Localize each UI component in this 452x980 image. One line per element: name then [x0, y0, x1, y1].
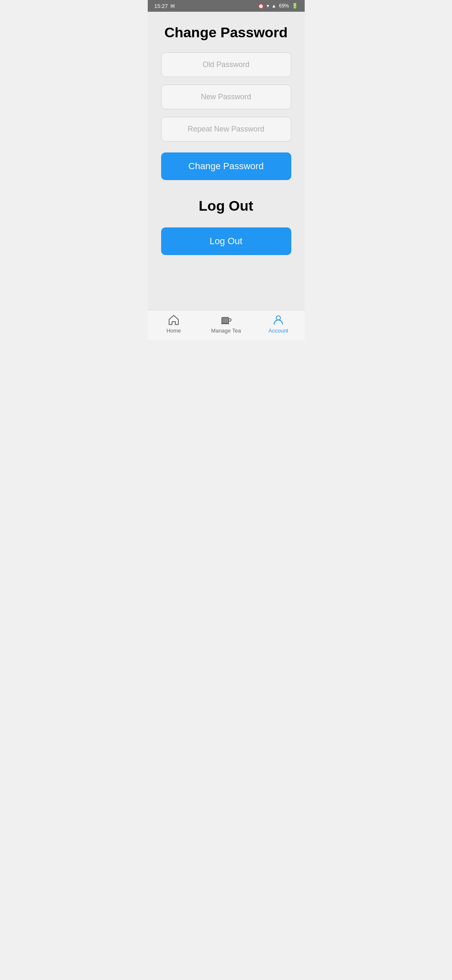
status-time: 15:27: [154, 3, 168, 9]
gmail-icon: ✉: [170, 3, 175, 9]
nav-item-account[interactable]: Account: [252, 314, 305, 334]
signal-icon: ▲: [272, 3, 277, 9]
logout-button[interactable]: Log Out: [161, 227, 291, 255]
main-content: Change Password Change Password Log Out …: [148, 12, 305, 310]
bottom-nav: Home Manage Tea Account: [148, 310, 305, 340]
account-icon: [272, 314, 284, 326]
status-left: 15:27 ✉: [154, 3, 175, 9]
logout-section-title: Log Out: [161, 198, 291, 214]
nav-item-home[interactable]: Home: [148, 314, 200, 334]
alarm-icon: ⏰: [258, 3, 264, 9]
nav-item-manage-tea[interactable]: Manage Tea: [200, 314, 252, 334]
change-password-button[interactable]: Change Password: [161, 152, 291, 180]
svg-rect-0: [222, 317, 229, 323]
old-password-input[interactable]: [161, 52, 291, 77]
repeat-password-input[interactable]: [161, 117, 291, 142]
tea-cup-icon: [220, 314, 232, 326]
wifi-icon: ▾: [267, 3, 269, 9]
battery-icon: 🔋: [292, 3, 298, 9]
new-password-input[interactable]: [161, 85, 291, 109]
home-label: Home: [167, 328, 181, 334]
svg-point-2: [276, 316, 280, 320]
manage-tea-label: Manage Tea: [211, 328, 241, 334]
svg-rect-1: [221, 323, 229, 324]
home-icon: [168, 314, 180, 326]
status-bar: 15:27 ✉ ⏰ ▾ ▲ 69% 🔋: [148, 0, 305, 12]
status-right: ⏰ ▾ ▲ 69% 🔋: [258, 3, 298, 9]
account-label: Account: [269, 328, 288, 334]
page-title: Change Password: [161, 24, 291, 41]
battery-percent: 69%: [279, 3, 289, 9]
